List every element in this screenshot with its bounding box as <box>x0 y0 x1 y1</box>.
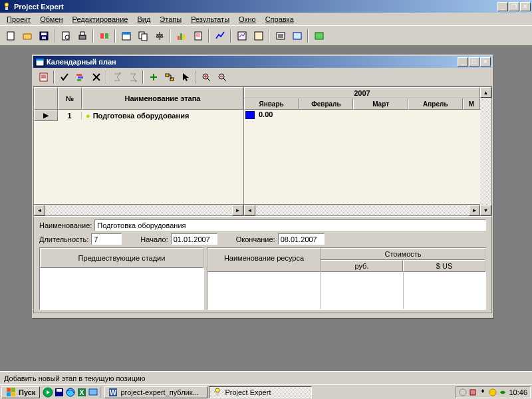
svg-point-52 <box>489 389 496 396</box>
minimize-button[interactable]: _ <box>497 2 508 11</box>
report-icon[interactable] <box>190 29 205 43</box>
calendar-icon[interactable] <box>118 29 134 43</box>
gantt-body[interactable]: 0.00 <box>244 110 480 204</box>
check-icon[interactable] <box>57 70 72 84</box>
svg-rect-5 <box>42 37 46 39</box>
usd-header: $ US <box>403 260 485 272</box>
module1-icon[interactable] <box>96 29 112 43</box>
tray-icon[interactable] <box>479 388 487 396</box>
zoom-out-icon[interactable] <box>214 70 229 84</box>
menu-view[interactable]: Вид <box>133 14 154 25</box>
ql-save-icon[interactable] <box>54 387 65 398</box>
balance-icon[interactable] <box>152 29 167 43</box>
ql-media-icon[interactable] <box>43 387 53 398</box>
row-num: 1 <box>58 112 82 120</box>
add-icon[interactable] <box>146 70 161 84</box>
svg-point-50 <box>460 389 466 396</box>
menu-project[interactable]: Проект <box>3 14 35 25</box>
scroll-down-icon[interactable]: ▼ <box>480 205 491 215</box>
pred-body[interactable] <box>40 268 203 305</box>
gantt-bar[interactable] <box>245 111 255 119</box>
svg-rect-51 <box>470 390 475 395</box>
preview-icon[interactable] <box>58 29 73 43</box>
svg-rect-24 <box>315 33 323 39</box>
scroll-track[interactable] <box>480 98 491 205</box>
tray-icon[interactable] <box>459 388 467 396</box>
scroll-track[interactable] <box>255 205 469 215</box>
gantt-month: Февраль <box>299 98 353 110</box>
copy-icon[interactable] <box>135 29 150 43</box>
name-input[interactable] <box>94 219 486 231</box>
bullet-icon: ● <box>86 112 90 120</box>
analysis1-icon[interactable] <box>234 29 249 43</box>
duration-input[interactable] <box>91 233 122 245</box>
scroll-left-icon[interactable]: ◄ <box>34 205 45 215</box>
right-hscroll[interactable]: ◄ ► <box>244 204 480 215</box>
status-text: Добавить новый этап в текущую позицию <box>4 374 145 382</box>
scroll-right-icon[interactable]: ► <box>232 205 243 215</box>
scroll-up-icon[interactable]: ▲ <box>480 87 491 98</box>
svg-rect-21 <box>255 32 263 40</box>
scroll-right-icon[interactable]: ► <box>469 205 480 215</box>
tray-icon[interactable] <box>489 388 497 396</box>
zoom-in-icon[interactable] <box>198 70 213 84</box>
col-name-header[interactable]: Наименование этапа <box>82 87 243 110</box>
linechart-icon[interactable] <box>212 29 227 43</box>
svg-rect-45 <box>89 389 97 395</box>
new-icon[interactable] <box>3 29 18 43</box>
end-input[interactable] <box>278 233 325 245</box>
row-marker[interactable]: ▶ <box>34 110 58 121</box>
menu-results[interactable]: Результаты <box>187 14 233 25</box>
ql-desktop-icon[interactable] <box>88 387 98 398</box>
taskbar-task-active[interactable]: Project Expert <box>209 386 312 398</box>
svg-rect-31 <box>166 74 169 76</box>
child-close-button[interactable]: ✕ <box>480 57 491 66</box>
res-body[interactable] <box>207 272 485 309</box>
link-icon[interactable] <box>162 70 177 84</box>
scroll-track[interactable] <box>45 205 232 215</box>
start-button[interactable]: Пуск <box>1 386 40 398</box>
analysis2-icon[interactable] <box>251 29 266 43</box>
menubar: Проект Обмен Редактирование Вид Этапы Ре… <box>0 13 532 25</box>
tray-icon[interactable] <box>469 388 477 396</box>
svg-rect-10 <box>100 33 104 39</box>
child-maximize-button[interactable]: □ <box>469 57 479 66</box>
list-icon[interactable] <box>273 29 288 43</box>
menu-stages[interactable]: Этапы <box>156 14 186 25</box>
ql-ie-icon[interactable] <box>65 387 76 398</box>
col-num-header[interactable]: № <box>58 87 82 110</box>
menu-edit[interactable]: Редактирование <box>68 14 132 25</box>
barchart-icon[interactable] <box>174 29 189 43</box>
gantt-month: Январь <box>244 98 299 110</box>
gantt-vscroll[interactable]: ▲ ▼ <box>480 87 491 215</box>
menu-help[interactable]: Справка <box>261 14 298 25</box>
delete-icon[interactable] <box>88 70 104 84</box>
settings-icon[interactable] <box>311 29 327 43</box>
ql-excel-icon[interactable]: X <box>76 387 87 398</box>
menu-window[interactable]: Окно <box>235 14 260 25</box>
print-icon[interactable] <box>74 29 90 43</box>
left-hscroll[interactable]: ◄ ► <box>34 204 243 215</box>
sum-up-icon[interactable] <box>109 70 124 84</box>
pointer-icon[interactable] <box>178 70 193 84</box>
grid-row[interactable]: ▶ 1 ● Подготовка оборудования <box>34 110 243 121</box>
svg-rect-15 <box>142 34 147 41</box>
svg-rect-18 <box>183 35 185 40</box>
sheet-icon[interactable] <box>36 70 51 84</box>
menu-exchange[interactable]: Обмен <box>36 14 66 25</box>
sum-down-icon[interactable] <box>125 70 140 84</box>
svg-rect-27 <box>40 73 47 81</box>
open-icon[interactable] <box>19 29 35 43</box>
scroll-left-icon[interactable]: ◄ <box>244 205 255 215</box>
tray-icon[interactable] <box>499 388 507 396</box>
close-button[interactable]: ✕ <box>520 2 531 11</box>
save-icon[interactable] <box>36 29 51 43</box>
gantt-icon[interactable] <box>72 70 88 84</box>
restore-button[interactable]: ❐ <box>509 2 519 11</box>
child-minimize-button[interactable]: _ <box>458 57 468 66</box>
form-icon[interactable] <box>289 29 305 43</box>
start-input[interactable] <box>171 233 217 245</box>
svg-rect-38 <box>11 392 15 396</box>
taskbar-task[interactable]: W project-expert_публик... <box>104 386 207 398</box>
svg-rect-2 <box>7 32 14 40</box>
